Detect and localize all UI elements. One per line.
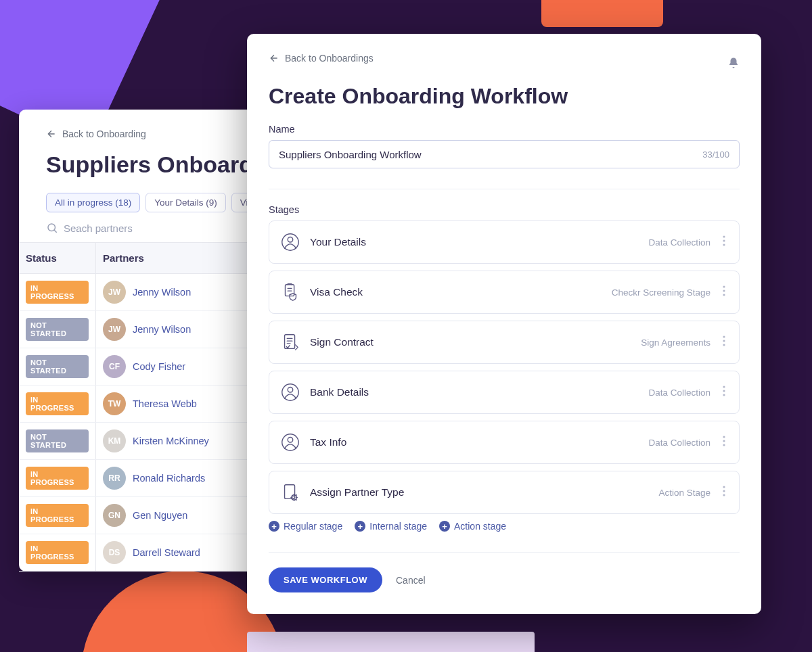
stage-more-button[interactable]	[720, 483, 728, 502]
svg-point-18	[723, 394, 725, 396]
workflow-name-input-wrap: 33/100	[269, 140, 740, 168]
stage-title: Sign Contract	[310, 336, 631, 348]
avatar: TW	[103, 392, 126, 415]
stage-card[interactable]: Sign ContractSign Agreements	[269, 321, 740, 364]
svg-point-22	[723, 440, 725, 442]
stage-type: Sign Agreements	[641, 337, 710, 348]
svg-point-7	[723, 285, 725, 287]
back-link-label: Back to Onboarding	[62, 129, 146, 139]
svg-point-17	[723, 390, 725, 392]
more-vertical-icon	[723, 486, 725, 496]
stage-title: Bank Details	[310, 386, 639, 398]
svg-point-2	[288, 237, 293, 243]
partner-name-link[interactable]: Cody Fisher	[133, 361, 185, 372]
arrow-left-icon	[46, 129, 57, 139]
svg-point-15	[288, 388, 293, 393]
stage-more-button[interactable]	[720, 383, 728, 402]
more-vertical-icon	[723, 285, 725, 296]
stage-title: Your Details	[310, 236, 639, 248]
stages-label: Stages	[269, 204, 740, 215]
status-badge: IN PROGRESS	[26, 541, 89, 564]
plus-circle-icon: +	[439, 521, 450, 532]
stage-more-button[interactable]	[720, 433, 728, 452]
partner-name-link[interactable]: Ronald Richards	[133, 473, 205, 484]
notifications-bell[interactable]	[727, 57, 740, 72]
search-placeholder: Seach partners	[64, 223, 133, 234]
avatar: KM	[103, 429, 126, 452]
partner-name-link[interactable]: Kirsten McKinney	[133, 436, 209, 446]
svg-point-8	[723, 289, 725, 292]
filter-tab[interactable]: Your Details (9)	[145, 193, 226, 212]
status-badge: IN PROGRESS	[26, 281, 89, 304]
sign-document-icon	[280, 332, 300, 352]
add-stage-link[interactable]: +Action stage	[439, 521, 506, 532]
partner-name-link[interactable]: Gen Nguyen	[133, 510, 187, 521]
back-link-label: Back to Onboardings	[285, 53, 374, 64]
document-gear-icon	[280, 482, 300, 503]
status-badge: NOT STARTED	[26, 355, 89, 378]
svg-point-27	[723, 490, 725, 492]
status-badge: IN PROGRESS	[26, 392, 89, 415]
svg-point-5	[723, 243, 725, 246]
workflow-name-input[interactable]	[279, 149, 702, 160]
svg-point-21	[723, 436, 725, 438]
add-stage-link[interactable]: +Regular stage	[269, 521, 342, 532]
more-vertical-icon	[723, 386, 725, 396]
decoration-orange-block	[541, 0, 663, 27]
stage-card[interactable]: Tax InfoData Collection	[269, 421, 740, 464]
stage-title: Assign Partner Type	[310, 486, 649, 498]
status-badge: IN PROGRESS	[26, 467, 89, 490]
search-icon	[46, 222, 58, 234]
stage-type: Checkr Screening Stage	[612, 287, 710, 298]
partner-name-link[interactable]: Jenny Wilson	[133, 324, 191, 335]
svg-point-26	[723, 486, 725, 488]
person-circle-icon	[280, 232, 300, 252]
svg-point-13	[723, 344, 725, 346]
stage-card[interactable]: Assign Partner TypeAction Stage	[269, 471, 740, 514]
decoration-lilac-block	[247, 632, 535, 652]
stage-list: Your DetailsData CollectionVisa CheckChe…	[269, 220, 740, 514]
svg-point-20	[288, 438, 293, 443]
filter-tab[interactable]: All in progress (18)	[46, 193, 140, 212]
stage-more-button[interactable]	[720, 333, 728, 352]
more-vertical-icon	[723, 436, 725, 446]
svg-point-11	[723, 335, 725, 337]
svg-point-12	[723, 340, 725, 342]
avatar: CF	[103, 355, 126, 378]
back-to-onboardings-link[interactable]: Back to Onboardings	[269, 53, 374, 64]
avatar: GN	[103, 504, 126, 527]
svg-point-28	[723, 494, 725, 496]
divider	[269, 189, 740, 189]
partner-name-link[interactable]: Theresa Webb	[133, 398, 197, 409]
save-workflow-button[interactable]: SAVE WORKFLOW	[269, 567, 382, 592]
stage-title: Tax Info	[310, 436, 639, 448]
stage-card[interactable]: Your DetailsData Collection	[269, 220, 740, 264]
page-title: Create Onboarding Workflow	[269, 84, 740, 109]
char-count: 33/100	[702, 149, 729, 160]
cancel-button[interactable]: Cancel	[396, 575, 426, 586]
person-circle-icon	[280, 432, 300, 452]
status-badge: NOT STARTED	[26, 429, 89, 452]
add-stage-label: Action stage	[454, 521, 506, 532]
person-circle-icon	[280, 382, 300, 402]
stage-card[interactable]: Visa CheckCheckr Screening Stage	[269, 271, 740, 314]
svg-point-16	[723, 386, 725, 388]
partner-name-link[interactable]: Darrell Steward	[133, 547, 200, 558]
clipboard-shield-icon	[280, 282, 300, 302]
more-vertical-icon	[723, 235, 725, 246]
add-stage-link[interactable]: +Internal stage	[355, 521, 427, 532]
stage-more-button[interactable]	[720, 233, 728, 252]
svg-point-3	[723, 235, 725, 237]
status-badge: IN PROGRESS	[26, 504, 89, 527]
stage-type: Data Collection	[648, 237, 710, 248]
stage-more-button[interactable]	[720, 283, 728, 302]
stage-card[interactable]: Bank DetailsData Collection	[269, 371, 740, 414]
partner-name-link[interactable]: Jenny Wilson	[133, 287, 191, 298]
add-stage-label: Regular stage	[284, 521, 342, 532]
divider	[269, 552, 740, 553]
arrow-left-icon	[269, 53, 279, 64]
plus-circle-icon: +	[269, 521, 279, 532]
svg-point-4	[723, 239, 725, 241]
stage-type: Action Stage	[658, 488, 710, 498]
status-badge: NOT STARTED	[26, 318, 89, 341]
